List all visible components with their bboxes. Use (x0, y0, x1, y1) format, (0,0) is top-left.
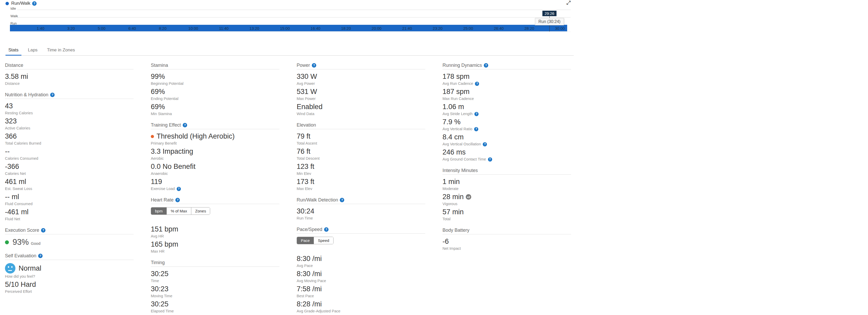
metric-fluid-net: -461 mlFluid Net (5, 208, 133, 221)
section-title: Timing (151, 260, 165, 265)
help-icon[interactable]: ? (50, 93, 55, 97)
segment-of-max[interactable]: % of Max (166, 208, 191, 214)
chart-baseline (10, 32, 570, 32)
metric-ending-potential: 69%Ending Potential (151, 88, 279, 101)
metric-anaerobic: 0.0 No BenefitAnaerobic (151, 163, 279, 176)
metric-label: Vigorous (442, 202, 571, 206)
help-icon[interactable]: ? (38, 254, 42, 258)
metric-label: Time (151, 279, 279, 283)
chart-tooltip-label: Run (30:24) (535, 18, 564, 25)
metric-label: Exercise Load? (151, 186, 279, 191)
metric-label: Aerobic (151, 156, 279, 161)
metric-aerobic: 3.3 ImpactingAerobic (151, 147, 279, 161)
metric-min-elev: 123 ftMin Elev (297, 163, 425, 176)
section-self-evaluation: Self Evaluation?NormalHow did you feel?5… (5, 253, 133, 294)
help-icon[interactable]: ? (177, 187, 181, 191)
metric-value: 246 ms (442, 148, 466, 156)
axis-tick-label: 13:20 (249, 26, 259, 31)
help-icon[interactable]: ? (475, 82, 479, 86)
metric-elapsed-time: 30:25Elapsed Time (151, 300, 279, 313)
metric-calories-consumed: --Calories Consumed (5, 147, 133, 161)
metric-label: Total (442, 217, 571, 221)
metric-est-sweat-loss: 461 mlEst. Sweat Loss (5, 178, 133, 191)
chart-row-label-walk: Walk (10, 14, 18, 18)
metric-max-hr: 165 bpmMax HR (151, 240, 279, 254)
segment-zones[interactable]: Zones (191, 208, 210, 214)
metric-label: Fluid Net (5, 217, 133, 221)
metric-avg-ground-contact-time: 246 msAvg Ground Contact Time? (442, 148, 571, 162)
metric-label: Avg HR (151, 234, 279, 239)
section-nutrition-hydration: Nutrition & Hydration?43Resting Calories… (5, 92, 133, 221)
help-icon[interactable]: ? (324, 227, 329, 232)
metric-label: Avg Pace (297, 264, 425, 268)
metric-value: -- (5, 147, 10, 155)
help-icon[interactable]: ? (175, 198, 180, 202)
axis-tick-label: 26:40 (494, 26, 504, 31)
axis-tick-label: 5:00 (98, 26, 105, 31)
metric-label: Min Elev (297, 171, 425, 176)
metric-value: 1.06 m (442, 103, 464, 111)
metric-value: 330 W (297, 73, 317, 81)
metric-label: Avg Power (297, 81, 425, 86)
expand-icon[interactable]: ⤢ (566, 0, 570, 5)
help-icon[interactable]: ? (474, 127, 478, 131)
metric-value: 8:30 /mi (297, 270, 322, 278)
section-title: Running Dynamics (442, 63, 482, 68)
metric-value: 165 bpm (151, 240, 178, 248)
segment-pace[interactable]: Pace (297, 237, 314, 244)
metric-label: Primary Benefit (151, 141, 279, 146)
help-icon[interactable]: ? (32, 1, 37, 6)
metric-label: Max HR (151, 249, 279, 254)
metric-value: 187 spm (442, 88, 470, 96)
metric-value: Threshold (High Aerobic) (157, 132, 235, 140)
section-title: Body Battery (442, 228, 469, 233)
metric-label: Resting Calories (5, 111, 133, 115)
section-pace-speed: Pace/Speed?PaceSpeed8:30 /miAvg Pace8:30… (297, 227, 425, 313)
metric-max-power: 531 WMax Power (297, 88, 425, 101)
metric-avg-vertical-ratio: 7.9 %Avg Vertical Ratio? (442, 118, 571, 131)
runwalk-bar[interactable]: 1:403:205:006:408:2010:0011:4013:2015:00… (10, 25, 567, 31)
metric-how-did-you-feel: NormalHow did you feel? (5, 263, 133, 279)
metric-label: Ending Potential (151, 97, 279, 101)
tab-laps[interactable]: Laps (25, 46, 40, 56)
section-timing: Timing30:25Time30:23Moving Time30:25Elap… (151, 260, 279, 313)
section-title: Elevation (297, 123, 316, 128)
metric-value: 30:23 (151, 285, 168, 293)
metric-time: 30:25Time (151, 270, 279, 283)
metric-fluid-consumed: -- mlFluid Consumed (5, 193, 133, 206)
help-icon[interactable]: ? (312, 63, 316, 68)
help-icon[interactable]: ? (484, 63, 488, 68)
section-title: Nutrition & Hydration (5, 92, 48, 97)
stats-column-3: Power?330 WAvg Power531 WMax PowerEnable… (297, 63, 425, 315)
help-icon[interactable]: ? (488, 158, 492, 162)
segment-speed[interactable]: Speed (314, 237, 333, 244)
section-title: Distance (5, 63, 23, 68)
help-icon[interactable]: ? (183, 123, 187, 127)
metric-label: Max Power (297, 97, 425, 101)
metric-value: 1 min (442, 178, 460, 186)
metric-distance: 3.58 miDistance (5, 73, 133, 86)
help-icon[interactable]: ? (483, 142, 487, 146)
chart-row-label-idle: Idle (10, 6, 16, 10)
metric-label: Max Run Cadence (442, 97, 571, 101)
metric-label: Avg Stride Length? (442, 112, 571, 116)
help-icon[interactable]: ? (474, 112, 478, 116)
tab-stats[interactable]: Stats (5, 46, 22, 56)
metric-moving-time: 30:23Moving Time (151, 285, 279, 298)
axis-tick-label: 25:00 (463, 26, 473, 31)
metric-label: Total Descent (297, 156, 425, 161)
segment-bpm[interactable]: bpm (151, 208, 166, 214)
metric-value: 69% (151, 103, 165, 111)
axis-tick-label: 28:20 (524, 26, 534, 31)
score-status-dot (5, 240, 9, 244)
metric-value: 7.9 % (442, 118, 461, 126)
help-icon[interactable]: ? (340, 198, 344, 202)
metric-best-pace: 7:58 /miBest Pace (297, 285, 425, 298)
tab-time-in-zones[interactable]: Time in Zones (44, 46, 78, 56)
metric-avg-grade-adjusted-pace: 8:28 /miAvg Grade-Adjusted Pace (297, 300, 425, 313)
help-icon[interactable]: ? (41, 228, 45, 233)
metric-total-ascent: 79 ftTotal Ascent (297, 132, 425, 146)
axis-tick-label: 15:00 (280, 26, 290, 31)
metric-label: Moderate (442, 186, 571, 191)
metric-max-run-cadence: 187 spmMax Run Cadence (442, 88, 571, 101)
